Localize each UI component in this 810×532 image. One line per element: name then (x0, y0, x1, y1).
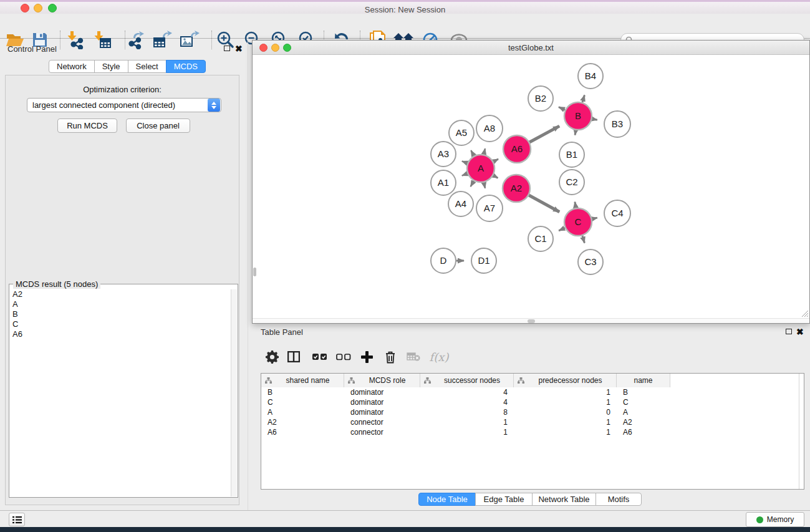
graph-edge-A-A2 (493, 175, 498, 178)
mcds-result-item[interactable]: A6 (10, 329, 231, 339)
import-network-icon[interactable] (65, 30, 86, 50)
table-cell: B (261, 387, 344, 397)
table-cell: A2 (261, 417, 344, 427)
import-table-icon[interactable] (92, 30, 113, 50)
network-canvas[interactable]: AA1A3A5A8A4A7A6A2BB1B2B3B4CC1C2C3C4DD1 (253, 56, 809, 318)
table-cell: 1 (514, 417, 617, 427)
main-toolbar (0, 14, 810, 39)
graph-node-label-A2: A2 (511, 183, 522, 193)
optimization-criterion-label: Optimization criterion: (5, 85, 239, 94)
table-panel-title: Table Panel (261, 327, 303, 337)
mcds-result-frame: MCDS result (5 nodes) A2ABCA6 (9, 284, 238, 498)
mcds-result-item[interactable]: B (10, 309, 231, 319)
tab-node-table[interactable]: Node Table (418, 493, 476, 506)
table-float-panel-icon[interactable] (786, 329, 792, 334)
mcds-result-item[interactable]: A2 (10, 289, 231, 299)
close-panel-icon[interactable]: ✖ (235, 45, 243, 52)
export-network-icon[interactable] (126, 30, 147, 50)
column-header-shared-name[interactable]: shared name (261, 374, 344, 387)
control-panel-title: Control Panel (7, 44, 57, 54)
graph-edge-A-A5 (471, 150, 474, 156)
column-header-successor-nodes[interactable]: successor nodes (420, 374, 514, 387)
table-cell: 1 (420, 427, 514, 437)
export-table-icon[interactable] (152, 30, 173, 50)
deselect-all-icon[interactable] (335, 347, 352, 367)
table-row[interactable]: Bdominator41B (261, 387, 804, 397)
column-layout-icon[interactable] (286, 347, 302, 367)
tab-style[interactable]: Style (94, 60, 128, 73)
table-close-panel-icon[interactable]: ✖ (796, 328, 804, 336)
table-cell: 1 (514, 397, 617, 407)
table-cell: A (261, 407, 344, 417)
run-mcds-button[interactable]: Run MCDS (57, 118, 117, 133)
column-header-predecessor-nodes[interactable]: predecessor nodes (514, 374, 617, 387)
criterion-dropdown[interactable]: largest connected component (directed) (27, 98, 221, 112)
graph-edge-B-B3 (592, 119, 597, 120)
table-cell: connector (344, 417, 420, 427)
desktop-background (0, 527, 810, 532)
table-row[interactable]: A2connector11A2 (261, 417, 804, 427)
mcds-result-item[interactable]: C (10, 319, 231, 329)
graph-node-label-A7: A7 (484, 203, 495, 213)
window-title: Session: New Session (0, 5, 810, 14)
network-vertical-scrollbar[interactable] (253, 268, 256, 276)
table-row[interactable]: A6connector11A6 (261, 427, 804, 437)
task-history-button[interactable] (9, 513, 25, 526)
table-cell: C (617, 397, 670, 407)
dropdown-stepper-icon (208, 99, 220, 112)
table-cell: 4 (420, 397, 514, 407)
delete-table-icon[interactable] (405, 347, 422, 367)
tab-select[interactable]: Select (128, 60, 166, 73)
table-cell: dominator (344, 387, 420, 397)
delete-icon[interactable] (382, 347, 398, 367)
memory-button[interactable]: Memory (746, 512, 804, 527)
graph-node-label-B: B (575, 110, 581, 121)
window-titlebar: Session: New Session (0, 2, 810, 14)
graph-edge-B-B2 (559, 107, 565, 110)
graph-node-label-C3: C3 (584, 256, 596, 267)
float-panel-icon[interactable] (224, 46, 230, 51)
select-all-icon[interactable] (311, 347, 329, 367)
tab-network[interactable]: Network (49, 60, 95, 73)
table-header-row: shared nameMCDS rolesuccessor nodesprede… (261, 374, 670, 387)
table-cell: 4 (420, 387, 514, 397)
graph-edge-C-C1 (559, 228, 565, 230)
table-row[interactable]: Cdominator41C (261, 397, 804, 407)
network-window-titlebar[interactable]: testGlobe.txt (253, 41, 809, 55)
graph-node-label-A: A (478, 163, 484, 173)
graph-node-label-D: D (440, 255, 447, 266)
result-scrollbar[interactable] (231, 289, 237, 496)
toolbar-separator (211, 31, 212, 49)
application-window: Session: New Session (0, 0, 810, 532)
graph-edge-A-A6 (493, 159, 498, 162)
table-cell: dominator (344, 397, 420, 407)
column-header-name[interactable]: name (617, 374, 670, 387)
node-table: shared nameMCDS rolesuccessor nodesprede… (261, 373, 804, 490)
table-cell: B (617, 387, 670, 397)
resize-grip-icon[interactable] (801, 309, 809, 317)
graph-edge-A-A1 (462, 173, 468, 175)
mcds-result-item[interactable]: A (10, 299, 231, 309)
graph-edge-A-A3 (462, 161, 468, 163)
tab-motifs[interactable]: Motifs (595, 493, 642, 506)
network-horizontal-scrollbar[interactable] (253, 318, 809, 323)
export-image-icon[interactable] (179, 30, 200, 50)
mcds-result-title: MCDS result (5 nodes) (13, 279, 100, 289)
table-cell: dominator (344, 407, 420, 417)
graph-node-label-B3: B3 (612, 118, 623, 129)
add-column-icon[interactable] (359, 347, 375, 367)
close-panel-button[interactable]: Close panel (126, 118, 190, 133)
graph-edge-A-A8 (484, 148, 485, 154)
list-icon (12, 516, 22, 524)
gear-icon[interactable] (264, 347, 279, 367)
table-row[interactable]: Adominator80A (261, 407, 804, 417)
table-panel-tabs: Node TableEdge TableNetwork TableMotifs (418, 493, 642, 506)
tab-mcds[interactable]: MCDS (166, 60, 206, 73)
tab-network-table[interactable]: Network Table (532, 493, 596, 506)
tab-edge-table[interactable]: Edge Table (475, 493, 533, 506)
column-header-MCDS-role[interactable]: MCDS role (344, 374, 420, 387)
graph-node-label-A3: A3 (438, 148, 449, 159)
table-scrollbar[interactable] (799, 374, 804, 489)
graph-node-label-A8: A8 (484, 123, 495, 133)
panel-splitter[interactable] (248, 39, 248, 510)
